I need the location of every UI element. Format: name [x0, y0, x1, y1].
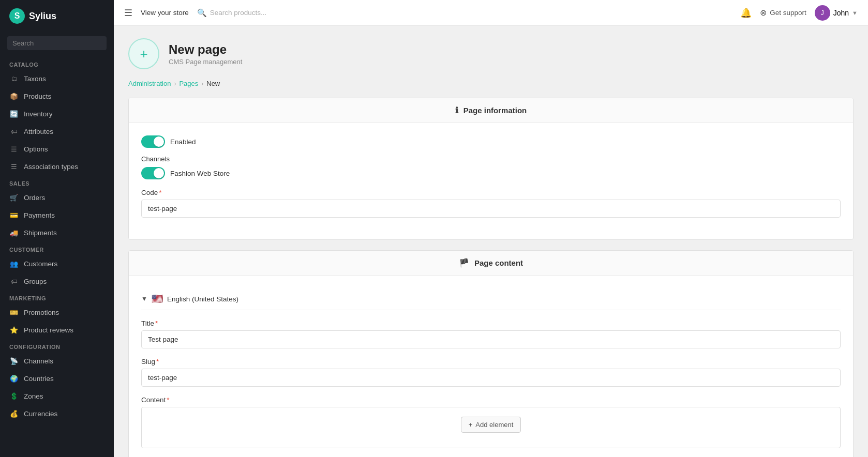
title-group: Title*	[141, 319, 841, 348]
breadcrumb-administration[interactable]: Administration	[128, 80, 171, 87]
currencies-icon: 💰	[9, 409, 19, 418]
app-name: Sylius	[29, 11, 56, 22]
sidebar-item-payments[interactable]: 💳 Payments	[0, 206, 114, 224]
sidebar-item-label-products: Products	[24, 93, 51, 100]
page-information-card: ℹ Page information Enabled Channels Fash…	[128, 98, 854, 240]
code-required: *	[159, 189, 161, 196]
sidebar-item-label-countries: Countries	[24, 375, 54, 383]
user-menu[interactable]: J John ▼	[815, 5, 858, 21]
sidebar-item-customers[interactable]: 👥 Customers	[0, 255, 114, 272]
page-header: + New page CMS Page management	[128, 38, 854, 69]
sidebar-item-promotions[interactable]: 🎫 Promotions	[0, 303, 114, 321]
sidebar-item-zones[interactable]: 💲 Zones	[0, 387, 114, 405]
page-content-header: 🏴 Page content	[129, 251, 853, 276]
sidebar-item-product-reviews[interactable]: ⭐ Product reviews	[0, 321, 114, 339]
user-dropdown-icon: ▼	[852, 10, 858, 16]
page-information-title: Page information	[463, 106, 527, 115]
sidebar-item-label-options: Options	[24, 145, 48, 153]
sidebar-item-label-payments: Payments	[24, 211, 55, 219]
customers-icon: 👥	[9, 259, 19, 268]
sidebar-item-label-customers: Customers	[24, 260, 57, 268]
zones-icon: 💲	[9, 391, 19, 401]
page-header-icon: +	[128, 38, 159, 69]
info-icon: ℹ	[455, 105, 458, 115]
title-required: *	[155, 319, 158, 327]
channel-toggle[interactable]	[141, 167, 165, 179]
sidebar-item-label-product-reviews: Product reviews	[24, 326, 73, 334]
sidebar-item-inventory[interactable]: 🔄 Inventory	[0, 105, 114, 123]
shipments-icon: 🚚	[9, 228, 19, 237]
page-header-icon-symbol: +	[140, 46, 147, 62]
breadcrumb-pages[interactable]: Pages	[179, 80, 198, 87]
add-element-label: Add element	[475, 421, 513, 429]
sidebar-item-options[interactable]: ☰ Options	[0, 140, 114, 158]
breadcrumb-sep-1: ›	[174, 80, 176, 87]
sidebar-item-shipments[interactable]: 🚚 Shipments	[0, 224, 114, 241]
sidebar-item-products[interactable]: 📦 Products	[0, 87, 114, 105]
topbar: ☰ View your store 🔍 🔔 ⊗ Get support J Jo…	[114, 0, 868, 26]
logo-icon: S	[9, 8, 25, 24]
language-collapse[interactable]: ▼ 🇺🇸 English (United States)	[141, 288, 841, 310]
view-store-link[interactable]: View your store	[141, 9, 189, 17]
sidebar-item-channels[interactable]: 📡 Channels	[0, 352, 114, 370]
products-icon: 📦	[9, 92, 19, 101]
search-input[interactable]	[210, 9, 313, 17]
get-support-button[interactable]: ⊗ Get support	[760, 8, 806, 18]
sidebar-search-input[interactable]	[7, 36, 107, 50]
support-icon: ⊗	[760, 8, 767, 18]
collapse-arrow-icon: ▼	[141, 295, 147, 302]
slug-label: Slug*	[141, 358, 841, 365]
payments-icon: 💳	[9, 210, 19, 220]
title-input[interactable]	[141, 330, 841, 348]
sidebar-item-association-types[interactable]: ☰ Association types	[0, 158, 114, 175]
sidebar-item-label-zones: Zones	[24, 392, 43, 400]
page-title: New page	[169, 42, 242, 57]
sidebar-item-label-groups: Groups	[24, 278, 47, 285]
page-content-card: 🏴 Page content ▼ 🇺🇸 English (United Stat…	[128, 250, 854, 457]
slug-input[interactable]	[141, 369, 841, 387]
sidebar-item-orders[interactable]: 🛒 Orders	[0, 189, 114, 206]
channels-label: Channels	[141, 155, 841, 163]
sidebar-section-marketing: MARKETING	[0, 290, 114, 303]
groups-icon: 🏷	[9, 277, 19, 286]
channel-toggle-label: Fashion Web Store	[170, 170, 230, 177]
breadcrumb-current: New	[206, 80, 220, 87]
notifications-icon[interactable]: 🔔	[740, 7, 752, 19]
page-content-title: Page content	[474, 258, 523, 267]
breadcrumb-sep-2: ›	[201, 80, 203, 87]
page-information-body: Enabled Channels Fashion Web Store Code*	[129, 123, 853, 239]
topbar-right: 🔔 ⊗ Get support J John ▼	[740, 5, 858, 21]
code-input[interactable]	[141, 200, 841, 218]
search-bar: 🔍	[197, 8, 732, 18]
code-label: Code*	[141, 189, 841, 196]
user-initials: J	[821, 9, 824, 17]
menu-toggle-icon[interactable]: ☰	[124, 7, 132, 19]
user-name: John	[833, 9, 849, 17]
product-reviews-icon: ⭐	[9, 325, 19, 334]
enabled-label: Enabled	[170, 138, 196, 146]
sidebar-section-configuration: CONFIGURATION	[0, 339, 114, 352]
sidebar-section-sales: SALES	[0, 175, 114, 189]
main-area: ☰ View your store 🔍 🔔 ⊗ Get support J Jo…	[114, 0, 868, 457]
options-icon: ☰	[9, 144, 19, 154]
flag-icon: 🏴	[459, 258, 469, 268]
plus-icon: +	[469, 421, 473, 429]
sidebar-logo: S Sylius	[0, 0, 114, 32]
sidebar-nav: CATALOG 🗂 Taxons 📦 Products 🔄 Inventory …	[0, 56, 114, 422]
sidebar-section-customer: CUSTOMER	[0, 241, 114, 255]
search-icon: 🔍	[197, 8, 207, 18]
content-label: Content*	[141, 396, 841, 404]
sidebar-item-attributes[interactable]: 🏷 Attributes	[0, 123, 114, 140]
enabled-toggle[interactable]	[141, 135, 165, 148]
sidebar-item-currencies[interactable]: 💰 Currencies	[0, 405, 114, 422]
sidebar-item-countries[interactable]: 🌍 Countries	[0, 370, 114, 387]
add-element-button[interactable]: + Add element	[461, 417, 521, 433]
taxons-icon: 🗂	[9, 74, 19, 83]
content-editor[interactable]: + Add element	[141, 407, 841, 448]
sidebar-section-catalog: CATALOG	[0, 56, 114, 70]
inventory-icon: 🔄	[9, 109, 19, 118]
language-label: English (United States)	[167, 295, 238, 303]
sidebar-item-groups[interactable]: 🏷 Groups	[0, 272, 114, 290]
enabled-toggle-row: Enabled	[141, 135, 841, 148]
sidebar-item-taxons[interactable]: 🗂 Taxons	[0, 70, 114, 87]
